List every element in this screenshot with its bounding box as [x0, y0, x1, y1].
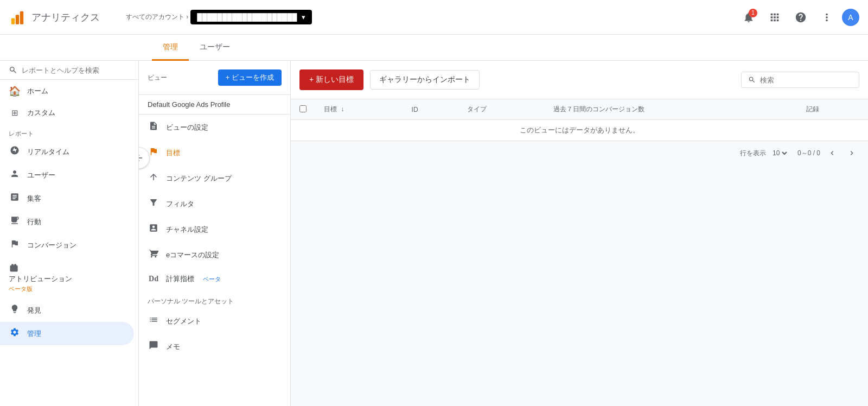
sidebar-item-acquisition[interactable]: 集客 — [0, 187, 134, 210]
ecommerce-icon — [148, 249, 159, 261]
account-breadcrumb: すべてのアカウント › — [126, 12, 188, 22]
analytics-logo-icon — [9, 9, 26, 26]
sidebar-item-conversion[interactable]: コンバージョン — [0, 233, 134, 257]
table-search-box[interactable] — [741, 72, 859, 88]
apps-button[interactable] — [764, 7, 786, 28]
sidebar-item-users[interactable]: ユーザー — [0, 163, 134, 187]
next-page-button[interactable] — [844, 145, 859, 161]
help-button[interactable] — [790, 7, 812, 28]
empty-state-row: このビューにはデータがありません。 — [291, 120, 868, 141]
empty-message: このビューにはデータがありません。 — [291, 120, 868, 141]
filters-icon — [148, 198, 159, 210]
menu-item-ecommerce[interactable]: eコマースの設定 — [139, 242, 290, 268]
top-header: アナリティクス すべてのアカウント › ████████████████████… — [0, 0, 868, 35]
view-create-button[interactable]: + ビューを作成 — [218, 69, 282, 86]
search-input[interactable] — [22, 66, 130, 74]
calculated-metrics-icon: Dd — [148, 275, 159, 283]
admin-icon — [9, 327, 21, 340]
realtime-icon — [9, 145, 21, 158]
sidebar-search-area — [0, 61, 138, 80]
avatar-letter: A — [848, 13, 853, 22]
more-vert-icon — [821, 11, 833, 23]
attribution-beta: ベータ版 — [9, 285, 130, 293]
view-panel: ビュー + ビューを作成 Default Google Ads Profile … — [139, 61, 291, 406]
avatar[interactable]: A — [842, 9, 859, 26]
menu-item-calculated-metrics[interactable]: Dd 計算指標 ベータ — [139, 268, 290, 290]
help-icon — [795, 11, 807, 23]
table-footer: 行を表示 10 25 50 0～0 / 0 — [291, 141, 868, 165]
tab-user[interactable]: ユーザー — [189, 35, 241, 61]
users-icon — [9, 169, 21, 181]
channel-settings-icon — [148, 223, 159, 236]
attribution-label: アトリビューション — [9, 274, 130, 284]
conversion-icon — [9, 239, 21, 251]
view-profile-name: Default Google Ads Profile — [139, 95, 290, 115]
sidebar-item-attribution[interactable]: アトリビューション ベータ版 — [0, 257, 138, 299]
col-header-conversions[interactable]: 過去７日間のコンバージョン数 — [545, 99, 797, 120]
home-icon: 🏠 — [9, 85, 21, 97]
content-toolbar: + 新しい目標 ギャラリーからインポート — [291, 61, 868, 99]
menu-item-content-groups[interactable]: コンテンツ グループ — [139, 166, 290, 191]
view-header: ビュー + ビューを作成 — [139, 61, 290, 95]
menu-item-channel-settings[interactable]: チャネル設定 — [139, 217, 290, 242]
tab-kanri[interactable]: 管理 — [152, 35, 189, 61]
acquisition-icon — [9, 192, 21, 205]
chevron-left-icon — [828, 149, 837, 157]
menu-item-notes[interactable]: メモ — [139, 334, 290, 359]
dropdown-arrow-icon: ▾ — [302, 13, 305, 21]
rows-label: 行を表示 — [740, 149, 766, 158]
table-search-icon — [748, 75, 756, 84]
new-goal-button[interactable]: + 新しい目標 — [299, 69, 363, 90]
account-dropdown[interactable]: ████████████████████ ▾ — [190, 10, 311, 24]
attribution-icon — [9, 262, 20, 273]
sidebar-item-home[interactable]: 🏠 ホーム — [0, 80, 134, 103]
header-actions: 1 A — [738, 7, 859, 28]
segments-icon — [148, 315, 159, 327]
sidebar-item-admin[interactable]: 管理 — [0, 322, 134, 345]
sort-icon: ↓ — [341, 105, 344, 113]
pagination-text: 0～0 / 0 — [797, 149, 820, 158]
menu-item-filters[interactable]: フィルタ — [139, 191, 290, 217]
sidebar-reports-label: レポート — [0, 123, 138, 140]
sidebar: 🏠 ホーム ⊞ カスタム レポート リアルタイム ユーザー 集客 — [0, 61, 139, 406]
notes-icon — [148, 340, 159, 353]
gallery-import-button[interactable]: ギャラリーからインポート — [370, 70, 480, 90]
col-header-record[interactable]: 記録 — [797, 99, 869, 120]
rows-select: 行を表示 10 25 50 — [740, 149, 789, 158]
main-layout: 🏠 ホーム ⊞ カスタム レポート リアルタイム ユーザー 集客 — [0, 61, 868, 406]
logo-area: アナリティクス — [9, 9, 117, 26]
account-name: ████████████████████ — [197, 13, 297, 21]
menu-item-goals[interactable]: 目標 — [139, 140, 290, 166]
personal-tools-label: パーソナル ツールとアセット — [139, 290, 290, 308]
col-header-id[interactable]: ID — [403, 99, 459, 120]
apps-grid-icon — [769, 11, 781, 23]
table-search-input[interactable] — [760, 76, 852, 84]
content-panel: + 新しい目標 ギャラリーからインポート 目標 — [291, 61, 868, 406]
chevron-right-icon — [847, 149, 856, 157]
svg-rect-2 — [20, 11, 23, 24]
checkbox-header — [291, 99, 315, 120]
goals-table: 目標 ↓ ID タイプ 過去７日間のコンバージョン数 記録 — [291, 99, 868, 141]
sidebar-item-realtime[interactable]: リアルタイム — [0, 140, 134, 163]
discover-icon — [9, 304, 21, 316]
app-title: アナリティクス — [31, 11, 100, 24]
menu-item-view-settings[interactable]: ビューの設定 — [139, 115, 290, 140]
notification-button[interactable]: 1 — [738, 7, 760, 28]
select-all-checkbox[interactable] — [299, 105, 307, 112]
behavior-icon — [9, 215, 21, 228]
svg-rect-1 — [16, 15, 19, 24]
back-arrow-icon — [139, 153, 144, 163]
sidebar-item-behavior[interactable]: 行動 — [0, 210, 134, 233]
svg-rect-0 — [11, 18, 15, 24]
more-options-button[interactable] — [816, 7, 838, 28]
prev-page-button[interactable] — [825, 145, 840, 161]
sidebar-item-custom[interactable]: ⊞ カスタム — [0, 103, 134, 123]
beta-tag: ベータ — [203, 275, 221, 283]
sub-navigation: 管理 ユーザー — [0, 35, 868, 61]
col-header-goal[interactable]: 目標 ↓ — [315, 99, 403, 120]
col-header-type[interactable]: タイプ — [458, 99, 544, 120]
menu-item-segments[interactable]: セグメント — [139, 308, 290, 334]
sidebar-item-discover[interactable]: 発見 — [0, 299, 134, 322]
rows-per-page-select[interactable]: 10 25 50 — [770, 149, 789, 157]
account-selector: すべてのアカウント › ████████████████████ ▾ — [126, 10, 729, 24]
